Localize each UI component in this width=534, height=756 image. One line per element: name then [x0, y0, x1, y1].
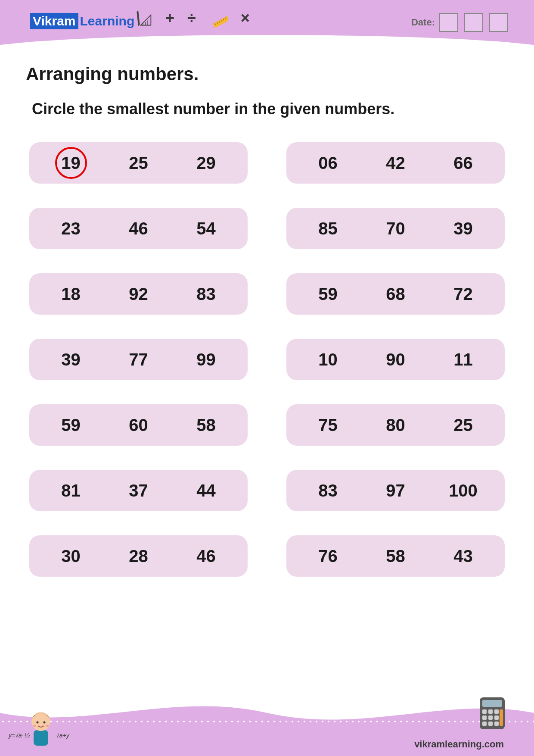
- number-value[interactable]: 18: [56, 284, 86, 304]
- number-card[interactable]: 064266: [286, 142, 505, 184]
- svg-rect-19: [488, 709, 493, 714]
- svg-rect-24: [482, 722, 487, 726]
- formula-decor-2: √a+y: [56, 732, 69, 739]
- formula-decor-1: y=√a·⅓: [9, 732, 30, 739]
- number-value[interactable]: 25: [124, 153, 154, 173]
- number-card[interactable]: 302846: [29, 535, 248, 577]
- calculator-icon: [479, 697, 506, 730]
- number-value[interactable]: 28: [124, 547, 154, 566]
- svg-rect-22: [488, 715, 493, 720]
- number-value[interactable]: 39: [56, 350, 86, 369]
- footer-dots: [0, 721, 534, 722]
- number-value[interactable]: 58: [381, 547, 411, 566]
- number-value[interactable]: 46: [191, 547, 221, 566]
- svg-rect-25: [488, 722, 493, 726]
- number-value[interactable]: 77: [124, 350, 154, 369]
- number-value[interactable]: 06: [313, 153, 343, 173]
- svg-point-13: [43, 722, 46, 724]
- date-field: Date:: [411, 13, 508, 32]
- brand-part-2: Learning: [78, 13, 137, 29]
- number-value[interactable]: 97: [381, 481, 411, 500]
- page-subtitle: Circle the smallest number in the given …: [26, 100, 508, 118]
- svg-rect-17: [482, 700, 502, 707]
- number-value[interactable]: 43: [448, 547, 478, 566]
- number-value[interactable]: 59: [56, 415, 86, 435]
- date-box-1[interactable]: [439, 13, 458, 32]
- svg-rect-26: [494, 722, 499, 726]
- svg-rect-27: [500, 709, 503, 726]
- number-value[interactable]: 25: [448, 415, 478, 435]
- date-boxes: [439, 13, 508, 32]
- number-value[interactable]: 37: [124, 481, 154, 500]
- number-value[interactable]: 10: [313, 350, 343, 369]
- number-card[interactable]: 192529: [29, 142, 248, 184]
- date-box-2[interactable]: [464, 13, 483, 32]
- number-value[interactable]: 83: [191, 284, 221, 304]
- brand-logo: Vikram Learning: [30, 13, 136, 29]
- number-value[interactable]: 70: [381, 219, 411, 238]
- number-value[interactable]: 23: [56, 219, 86, 238]
- number-value[interactable]: 75: [313, 415, 343, 435]
- number-value[interactable]: 80: [381, 415, 411, 435]
- number-value[interactable]: 42: [381, 153, 411, 173]
- number-value[interactable]: 92: [124, 284, 154, 304]
- svg-point-15: [46, 725, 49, 727]
- number-value[interactable]: 81: [56, 481, 86, 500]
- svg-point-11: [31, 712, 50, 731]
- number-value[interactable]: 11: [448, 350, 478, 369]
- number-value[interactable]: 46: [124, 219, 154, 238]
- number-card[interactable]: 813744: [29, 470, 248, 511]
- number-value[interactable]: 59: [313, 284, 343, 304]
- number-value[interactable]: 60: [124, 415, 154, 435]
- number-value[interactable]: 19: [56, 153, 86, 173]
- page-title: Arranging numbers.: [26, 64, 508, 84]
- number-grid: 1925290642662346548570391892835968723977…: [26, 142, 508, 577]
- number-value[interactable]: 90: [381, 350, 411, 369]
- number-value[interactable]: 83: [313, 481, 343, 500]
- svg-rect-21: [482, 715, 487, 720]
- svg-point-12: [37, 722, 39, 724]
- number-card[interactable]: 765843: [286, 535, 505, 577]
- number-card[interactable]: 109011: [286, 339, 505, 380]
- brand-part-1: Vikram: [30, 13, 78, 29]
- header-math-icons: + ÷ ×: [134, 9, 250, 28]
- date-label: Date:: [411, 17, 435, 28]
- svg-rect-20: [494, 709, 499, 714]
- number-value[interactable]: 76: [313, 547, 343, 566]
- number-value[interactable]: 85: [313, 219, 343, 238]
- plus-icon: +: [165, 9, 174, 27]
- number-card[interactable]: 234654: [29, 208, 248, 249]
- times-icon: ×: [241, 9, 250, 27]
- number-value[interactable]: 44: [191, 481, 221, 500]
- number-value[interactable]: 30: [56, 547, 86, 566]
- number-value[interactable]: 68: [381, 284, 411, 304]
- number-value[interactable]: 54: [191, 219, 221, 238]
- svg-rect-10: [34, 730, 48, 746]
- student-icon: [22, 704, 60, 747]
- date-box-3[interactable]: [489, 13, 508, 32]
- number-value[interactable]: 72: [448, 284, 478, 304]
- number-value[interactable]: 100: [448, 481, 478, 500]
- pencil-triangle-icon: [134, 9, 152, 28]
- number-card[interactable]: 596058: [29, 404, 248, 446]
- number-value[interactable]: 58: [191, 415, 221, 435]
- number-card[interactable]: 189283: [29, 273, 248, 315]
- number-card[interactable]: 397799: [29, 339, 248, 380]
- ruler-icon: [209, 9, 228, 28]
- number-card[interactable]: 596872: [286, 273, 505, 315]
- svg-point-14: [33, 725, 36, 727]
- svg-rect-23: [494, 715, 499, 720]
- divide-icon: ÷: [187, 9, 196, 27]
- number-value[interactable]: 29: [191, 153, 221, 173]
- footer-url: vikramlearning.com: [414, 739, 504, 750]
- number-card[interactable]: 8397100: [286, 470, 505, 511]
- number-value[interactable]: 39: [448, 219, 478, 238]
- number-value[interactable]: 99: [191, 350, 221, 369]
- svg-rect-18: [482, 709, 487, 714]
- number-card[interactable]: 758025: [286, 404, 505, 446]
- number-value[interactable]: 66: [448, 153, 478, 173]
- number-card[interactable]: 857039: [286, 208, 505, 249]
